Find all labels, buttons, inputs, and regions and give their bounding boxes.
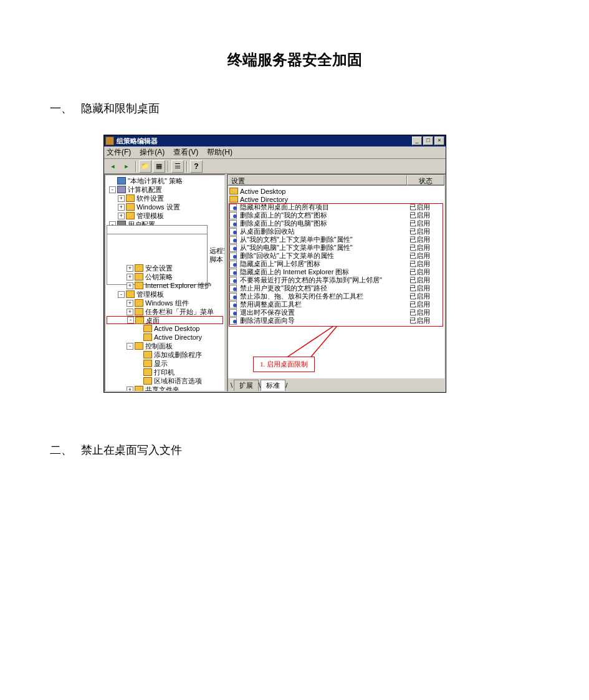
tree-node[interactable]: 显示: [107, 359, 223, 368]
tree-node[interactable]: +Windows 设置: [107, 203, 223, 211]
setting-icon: [229, 212, 238, 219]
menu-action[interactable]: 操作(A): [140, 147, 165, 158]
menu-view[interactable]: 查看(V): [173, 147, 198, 158]
tab-extended[interactable]: 扩展: [234, 380, 259, 391]
setting-icon: [229, 269, 238, 276]
tree-expander[interactable]: -: [127, 317, 134, 324]
menu-help[interactable]: 帮助(H): [207, 147, 232, 158]
col-setting[interactable]: 设置: [228, 175, 407, 185]
folder-icon: [143, 360, 152, 367]
tree-node[interactable]: +共享文件夹: [107, 385, 223, 392]
folder-icon: [117, 177, 126, 185]
tree-expander[interactable]: +: [127, 386, 133, 393]
tree-expander[interactable]: +: [127, 282, 133, 289]
folder-icon: [229, 196, 238, 203]
section-2-title: 禁止在桌面写入文件: [81, 444, 182, 456]
tree-node[interactable]: +任务栏和「开始」菜单: [107, 307, 223, 316]
section-1-title: 隐藏和限制桌面: [81, 102, 160, 115]
setting-icon: [229, 277, 238, 284]
tree-label: 桌面: [146, 316, 160, 325]
tree-node[interactable]: -管理模板: [107, 290, 223, 299]
setting-icon: [229, 220, 238, 227]
tree-expander[interactable]: -: [118, 291, 125, 298]
tree-label: 公钥策略: [145, 272, 173, 281]
folder-icon: [143, 368, 152, 376]
callout-label: 1. 启用桌面限制: [253, 357, 315, 372]
tree-node[interactable]: Active Desktop: [107, 324, 223, 333]
folder-icon: [135, 317, 144, 324]
list-folder[interactable]: Active Desktop: [229, 187, 443, 195]
list-header: 设置 状态: [228, 175, 444, 186]
item-name: Active Desktop: [240, 188, 409, 195]
close-button[interactable]: ×: [434, 137, 444, 145]
svg-line-1: [309, 327, 337, 359]
tree-node[interactable]: +软件设置: [107, 194, 223, 203]
tree-node[interactable]: 添加或删除程序: [107, 350, 223, 359]
folder-icon: [135, 308, 143, 315]
tree-expander[interactable]: +: [118, 195, 125, 202]
folder-icon: [229, 188, 238, 194]
tree-expander[interactable]: +: [118, 213, 125, 219]
tree-label: 管理模板: [136, 211, 164, 220]
forward-button[interactable]: [120, 160, 133, 173]
list-button[interactable]: [171, 160, 184, 173]
tree-label: 安全设置: [145, 264, 173, 272]
tree-node[interactable]: 脚本 (登录/注销): [107, 255, 223, 264]
minimize-button[interactable]: _: [412, 137, 422, 145]
item-name: Active Directory: [240, 196, 409, 203]
setting-icon: [229, 317, 238, 324]
tree-label: 添加或删除程序: [154, 350, 202, 359]
list-pane[interactable]: 设置 状态 1. 启用桌面限制 Active DesktopActive Dir…: [227, 174, 446, 392]
tree-node[interactable]: -控制面板: [107, 342, 223, 350]
folder-icon: [135, 282, 143, 289]
tree-label: 计算机配置: [128, 185, 162, 194]
folder-icon: [135, 264, 143, 272]
properties-button[interactable]: [153, 160, 165, 173]
window-title: 组策略编辑器: [117, 137, 411, 146]
tab-standard[interactable]: 标准: [261, 380, 285, 391]
tree-node[interactable]: -桌面: [107, 316, 223, 324]
col-state[interactable]: 状态: [407, 175, 444, 185]
setting-icon: [229, 301, 238, 308]
tree-node[interactable]: 区域和语言选项: [107, 376, 223, 385]
tree-expander[interactable]: +: [127, 274, 133, 280]
tree-label: Windows 设置: [136, 203, 180, 211]
up-button[interactable]: [139, 160, 151, 173]
section-2-num: 二、: [50, 444, 72, 456]
folder-icon: [135, 273, 143, 280]
back-button[interactable]: [107, 160, 119, 173]
section-2-heading: 二、禁止在桌面写入文件: [50, 443, 539, 458]
tree-node[interactable]: "本地计算机" 策略: [107, 176, 223, 185]
tree-expander[interactable]: -: [127, 343, 133, 350]
tree-expander[interactable]: -: [109, 186, 116, 193]
setting-icon: [229, 293, 238, 300]
tree-pane[interactable]: "本地计算机" 策略-计算机配置+软件设置+Windows 设置+管理模板-用户…: [104, 174, 226, 392]
setting-icon: [229, 261, 238, 267]
tab-strip: \扩展\标准/: [228, 378, 444, 391]
section-1-heading: 一、隐藏和限制桌面: [50, 101, 539, 116]
tree-expander[interactable]: +: [127, 265, 133, 272]
setting-icon: [229, 285, 238, 292]
tree-label: 打印机: [154, 368, 175, 376]
maximize-button[interactable]: □: [423, 137, 433, 145]
tree-label: 远程安装服务: [209, 246, 226, 255]
tree-node[interactable]: +Windows 组件: [107, 299, 223, 307]
titlebar[interactable]: 组策略编辑器 _ □ ×: [104, 135, 446, 146]
tree-expander[interactable]: +: [127, 300, 133, 307]
tree-node[interactable]: 打印机: [107, 368, 223, 376]
svg-line-0: [284, 327, 333, 359]
tree-node[interactable]: +管理模板: [107, 211, 223, 220]
folder-icon: [126, 290, 135, 298]
tree-node[interactable]: -计算机配置: [107, 185, 223, 194]
tree-expander[interactable]: +: [127, 309, 133, 315]
tree-node[interactable]: Active Directory: [107, 333, 223, 342]
tree-expander[interactable]: +: [118, 204, 125, 211]
setting-icon: [229, 228, 238, 235]
folder-icon: [143, 377, 152, 385]
gpedit-window: 组策略编辑器 _ □ × 文件(F) 操作(A) 查看(V) 帮助(H) "本地…: [103, 135, 446, 393]
folder-icon: [135, 342, 143, 350]
menu-file[interactable]: 文件(F): [107, 147, 131, 158]
help-button[interactable]: [190, 160, 203, 173]
app-icon: [105, 137, 114, 145]
tree-label: 显示: [154, 359, 168, 368]
